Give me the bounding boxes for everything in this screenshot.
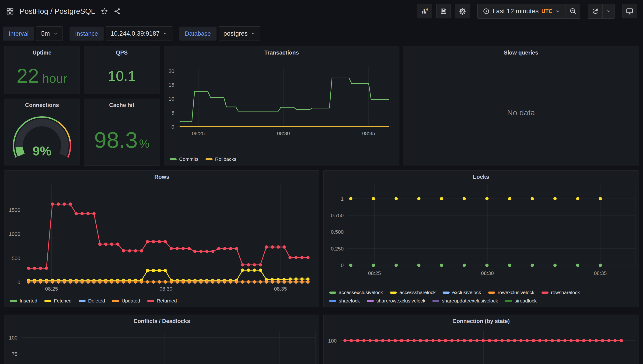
series-point-connection_by_state xyxy=(356,339,359,342)
legend-item-rowsharelock[interactable]: rowsharelock xyxy=(542,290,580,295)
variable-value-interval[interactable]: 5m xyxy=(36,26,63,41)
series-point-Updated xyxy=(122,280,125,284)
variable-label-interval[interactable]: Interval xyxy=(3,26,34,40)
y-axis-tick-label: 5 xyxy=(171,110,174,116)
transactions-chart[interactable]: 0510152008:2508:3008:35 xyxy=(164,46,399,165)
time-range-picker[interactable]: Last 12 minutes UTC xyxy=(478,4,566,18)
legend-swatch xyxy=(443,292,450,294)
panel-slow-queries: Slow queries No data xyxy=(403,46,639,166)
kiosk-mode-button[interactable] xyxy=(622,4,637,18)
rows-chart[interactable]: 05001000150008:2508:3008:35 xyxy=(5,170,319,307)
series-point-Returned xyxy=(277,246,280,249)
series-point-accessexclusivelock xyxy=(576,264,579,267)
stat-unit: % xyxy=(139,137,149,150)
series-point-Returned xyxy=(51,202,54,206)
series-point-Updated xyxy=(211,280,215,284)
series-point-Updated xyxy=(277,280,280,284)
legend-item-Commits[interactable]: Commits xyxy=(170,156,198,162)
legend-label: Updated xyxy=(122,298,140,304)
stat-unit: hour xyxy=(42,71,67,85)
series-point-Updated xyxy=(283,280,286,284)
legend-item-sireadlock[interactable]: sireadlock xyxy=(505,298,537,304)
legend-item-Inserted[interactable]: Inserted xyxy=(10,298,37,304)
series-point-Updated xyxy=(223,280,226,284)
chevron-down-icon xyxy=(251,31,256,36)
locks-chart[interactable]: 10.7500.5000.250008:2508:3008:35 xyxy=(324,170,638,307)
panel-title[interactable]: QPS xyxy=(84,50,160,56)
x-axis-tick-label: 08:35 xyxy=(362,130,375,136)
legend-item-exclusivelock[interactable]: exclusivelock xyxy=(443,290,481,295)
legend-item-Updated[interactable]: Updated xyxy=(112,298,140,304)
legend-item-Deleted[interactable]: Deleted xyxy=(79,298,105,304)
series-point-connection_by_state xyxy=(620,339,623,342)
y-axis-tick-label: 0 xyxy=(18,280,20,285)
series-point-connection_by_state xyxy=(369,339,372,342)
panel-title[interactable]: Cache hit xyxy=(84,102,160,108)
series-point-accessexclusivelock xyxy=(417,264,420,267)
dashboard-settings-button[interactable] xyxy=(455,4,470,18)
locks-legend: accessexclusivelockaccesssharelockexclus… xyxy=(329,290,597,304)
x-axis-tick-label: 08:30 xyxy=(160,286,172,292)
series-point-connection_by_state xyxy=(350,339,353,342)
apps-grid-icon[interactable] xyxy=(6,7,14,15)
refresh-interval-dropdown[interactable] xyxy=(602,4,614,18)
series-point-Returned xyxy=(163,240,167,243)
series-point-Updated xyxy=(187,280,191,284)
legend-item-accessexclusivelock[interactable]: accessexclusivelock xyxy=(329,290,383,295)
dashboard-title[interactable]: PostHog / PostgreSQL xyxy=(20,7,95,16)
series-point-Updated xyxy=(86,280,90,284)
variable-value-instance[interactable]: 10.244.0.39:9187 xyxy=(106,26,172,41)
series-point-Updated xyxy=(51,280,54,284)
panel-title[interactable]: Slow queries xyxy=(403,50,638,56)
series-point-Updated xyxy=(300,280,304,284)
series-point-Returned xyxy=(45,266,48,270)
series-point-Returned xyxy=(294,256,298,259)
series-point-Updated xyxy=(63,280,66,284)
series-point-Updated xyxy=(110,280,113,284)
panel-rows: Rows 05001000150008:2508:3008:35 Inserte… xyxy=(4,170,319,307)
variable-value-database[interactable]: postgres xyxy=(219,26,261,41)
y-axis-tick-label: 1 xyxy=(341,196,344,202)
series-point-Returned xyxy=(306,256,310,259)
series-point-Updated xyxy=(163,280,167,284)
legend-item-sharelock[interactable]: sharelock xyxy=(329,298,360,304)
series-point-connection_by_state xyxy=(381,339,384,342)
series-point-connection_by_state xyxy=(507,339,510,342)
refresh-button[interactable] xyxy=(588,4,602,18)
qps-stat: 10.1 xyxy=(84,67,160,84)
panel-title[interactable]: Uptime xyxy=(5,50,80,56)
zoom-out-time-button[interactable] xyxy=(566,4,580,18)
chevron-down-icon xyxy=(53,31,58,36)
legend-label: exclusivelock xyxy=(452,290,481,295)
add-panel-button[interactable] xyxy=(417,4,432,18)
locks-plot-area: 10.7500.5000.250008:2508:3008:35 xyxy=(324,170,638,307)
legend-item-rowexclusivelock[interactable]: rowexclusivelock xyxy=(488,290,535,295)
series-point-Updated xyxy=(205,280,208,284)
legend-item-Fetched[interactable]: Fetched xyxy=(44,298,72,304)
series-point-connection_by_state xyxy=(595,339,598,342)
series-point-Updated xyxy=(39,280,42,284)
legend-item-shareupdateexclusivelock[interactable]: shareupdateexclusivelock xyxy=(432,298,498,304)
legend-swatch xyxy=(10,300,17,302)
star-icon[interactable] xyxy=(101,8,108,15)
series-point-connection_by_state xyxy=(538,339,541,342)
legend-item-Rollbacks[interactable]: Rollbacks xyxy=(205,156,236,162)
legend-item-Returned[interactable]: Returned xyxy=(147,298,177,304)
variable-label-database[interactable]: Database xyxy=(179,26,216,40)
share-icon[interactable] xyxy=(114,8,121,15)
panel-connections: Connections 9% xyxy=(4,98,80,166)
stat-value: 10.1 xyxy=(108,67,136,84)
conflicts-chart[interactable]: 100755025008:2508:3008:35 xyxy=(5,315,319,364)
x-axis-tick-label: 08:25 xyxy=(45,286,58,292)
legend-item-accesssharelock[interactable]: accesssharelock xyxy=(390,290,436,295)
legend-swatch xyxy=(44,300,51,302)
series-point-Returned xyxy=(81,212,84,215)
variable-value-text: 10.244.0.39:9187 xyxy=(111,30,160,37)
time-controls-group: Last 12 minutes UTC xyxy=(477,4,580,19)
variable-label-instance[interactable]: Instance xyxy=(70,26,104,40)
series-point-Returned xyxy=(193,250,197,253)
legend-item-sharerowexclusivelock[interactable]: sharerowexclusivelock xyxy=(367,298,425,304)
connection-by-state-chart[interactable]: 10008:2508:3008:35 xyxy=(324,315,638,364)
save-dashboard-button[interactable] xyxy=(436,4,451,18)
panel-uptime: Uptime 22 hour xyxy=(4,46,80,94)
